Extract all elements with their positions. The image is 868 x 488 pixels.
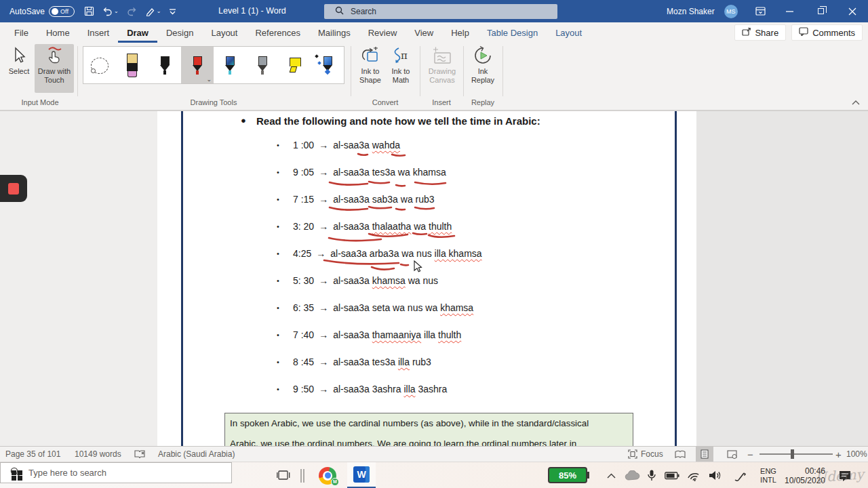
share-button[interactable]: Share: [734, 24, 786, 41]
pen-black-pen[interactable]: [149, 47, 181, 83]
time-line[interactable]: •1 :00→al-saa3a wahda: [277, 139, 400, 151]
drawing-canvas-button[interactable]: Drawing Canvas: [424, 44, 460, 85]
chrome-taskbar-button[interactable]: M: [313, 462, 342, 488]
customize-qat-icon[interactable]: [169, 8, 176, 15]
wifi-icon[interactable]: [684, 462, 704, 488]
onedrive-cloud-icon[interactable]: [623, 462, 642, 488]
language-status[interactable]: Arabic (Saudi Arabia): [158, 447, 235, 462]
tab-table-design[interactable]: Table Design: [478, 22, 547, 43]
web-layout-button[interactable]: [723, 447, 741, 462]
time-line[interactable]: •7 :40→al-saa3a thamaaniya illa thulth: [277, 329, 461, 341]
redo-button[interactable]: [127, 6, 137, 16]
touch-draw-dropdown-icon[interactable]: ⌄: [157, 9, 161, 14]
document-page[interactable]: ● Read the following and note how we tel…: [157, 111, 696, 446]
tab-file[interactable]: File: [5, 22, 37, 43]
windows-logo-icon: [12, 470, 22, 481]
tab-references[interactable]: References: [246, 22, 309, 43]
autosave-toggle[interactable]: AutoSave Off: [9, 6, 75, 17]
touch-draw-button[interactable]: ⌄: [145, 6, 161, 16]
volume-icon[interactable]: [705, 462, 726, 488]
pen-blue-sparkle-pen[interactable]: [311, 47, 344, 83]
print-layout-button[interactable]: [696, 447, 713, 462]
page-info[interactable]: Page 35 of 101: [5, 447, 60, 462]
word-taskbar-button[interactable]: W: [347, 462, 376, 488]
tab-help[interactable]: Help: [442, 22, 478, 43]
ink-replay-button[interactable]: Ink Replay: [467, 44, 499, 85]
draw-with-touch-icon: [45, 44, 63, 67]
action-center-button[interactable]: [835, 462, 854, 488]
pen-red-pen[interactable]: ⌄: [181, 47, 214, 83]
autosave-knob: [52, 8, 58, 15]
focus-button[interactable]: Focus: [628, 447, 663, 462]
comments-button[interactable]: Comments: [791, 24, 863, 41]
minimize-button[interactable]: [778, 0, 802, 22]
group-label-replay: Replay: [464, 98, 502, 106]
tab-layout[interactable]: Layout: [547, 22, 591, 43]
tab-mailings[interactable]: Mailings: [309, 22, 359, 43]
pen-eraser[interactable]: [116, 47, 149, 83]
pen-dropdown-icon[interactable]: ⌄: [206, 76, 212, 83]
pen-yellow-highlighter[interactable]: [279, 47, 311, 83]
time-line[interactable]: •5: 30→al-saa3a khamsa wa nus: [277, 274, 438, 287]
time-line[interactable]: •8 :45→al-saa3a tes3a illa rub3: [277, 356, 431, 368]
restore-button[interactable]: [809, 0, 832, 22]
time-line[interactable]: •3: 20→al-saa3a thalaatha wa thulth: [277, 220, 452, 232]
zoom-out-button[interactable]: −: [747, 447, 753, 462]
taskbar-separator: [297, 462, 308, 488]
time-value: 7 :15: [293, 194, 314, 205]
zoom-slider-handle[interactable]: [791, 449, 794, 459]
ribbon-display-options-icon[interactable]: [749, 0, 772, 22]
collapse-ribbon-icon[interactable]: [852, 96, 860, 108]
taskbar-search[interactable]: Type here to search: [0, 462, 232, 483]
zoom-slider[interactable]: [760, 447, 833, 462]
tab-view[interactable]: View: [406, 22, 442, 43]
time-line[interactable]: •4:25→al-saa3a arba3a wa nus illa khamsa: [277, 247, 482, 260]
tab-layout[interactable]: Layout: [202, 22, 246, 43]
pen-pencil[interactable]: [246, 47, 279, 83]
account-area[interactable]: Mozn Shaker MS: [667, 0, 738, 22]
pen-galaxy-pen[interactable]: [214, 47, 246, 83]
time-line[interactable]: •9 :05→al-saa3a tes3a wa khamsa: [277, 166, 446, 178]
time-line[interactable]: •9 :50→al-saa3a 3ashra illa 3ashra: [277, 383, 447, 395]
tab-insert[interactable]: Insert: [79, 22, 119, 43]
undo-dropdown-icon[interactable]: ⌄: [114, 9, 119, 14]
windows-ink-pen-icon[interactable]: [730, 462, 750, 488]
arrow-glyph: →: [319, 302, 328, 313]
start-button[interactable]: [5, 462, 28, 488]
arrow-glyph: →: [319, 384, 328, 394]
clock[interactable]: 00:4610/05/2020: [781, 462, 829, 488]
time-line[interactable]: •6: 35→al-saa3a seta wa nus wa khamsa: [277, 302, 473, 314]
read-mode-button[interactable]: [671, 447, 689, 462]
language-indicator[interactable]: ENGINTL: [757, 462, 780, 488]
time-value: 3: 20: [293, 221, 314, 232]
zoom-in-button[interactable]: +: [835, 447, 842, 462]
tray-expand-button[interactable]: [602, 462, 620, 488]
autosave-switch[interactable]: Off: [49, 6, 75, 17]
time-line[interactable]: •7 :15→al-saa3a sab3a wa rub3: [277, 193, 435, 205]
ink-to-shape-icon: [360, 44, 380, 67]
battery-widget[interactable]: 85%: [548, 467, 587, 483]
proofing-icon[interactable]: [134, 447, 146, 462]
note-box[interactable]: In spoken Arabic, we use the cardinal nu…: [224, 413, 633, 446]
close-button[interactable]: [841, 0, 864, 22]
tab-review[interactable]: Review: [359, 22, 406, 43]
zoom-level[interactable]: 100%: [846, 447, 867, 462]
ink-to-shape-button[interactable]: Ink to Shape: [355, 44, 385, 85]
tab-draw[interactable]: Draw: [118, 22, 157, 43]
undo-button[interactable]: ⌄: [102, 6, 119, 16]
microphone-icon[interactable]: [643, 462, 660, 488]
search-box[interactable]: Search: [324, 4, 557, 19]
task-view-button[interactable]: [271, 462, 296, 488]
battery-icon[interactable]: [662, 462, 682, 488]
tab-design[interactable]: Design: [157, 22, 202, 43]
avatar[interactable]: MS: [724, 5, 738, 18]
save-icon[interactable]: [84, 6, 94, 16]
tab-home[interactable]: Home: [37, 22, 79, 43]
pen-lasso-select[interactable]: [83, 47, 116, 83]
word-count[interactable]: 10149 words: [75, 447, 121, 462]
draw-with-touch-button[interactable]: Draw with Touch: [35, 44, 74, 93]
stop-recording-button[interactable]: [8, 183, 19, 195]
select-button[interactable]: Select: [4, 44, 34, 76]
ink-to-math-button[interactable]: π Ink to Math: [387, 44, 415, 85]
doc-heading[interactable]: ● Read the following and note how we tel…: [241, 115, 540, 127]
